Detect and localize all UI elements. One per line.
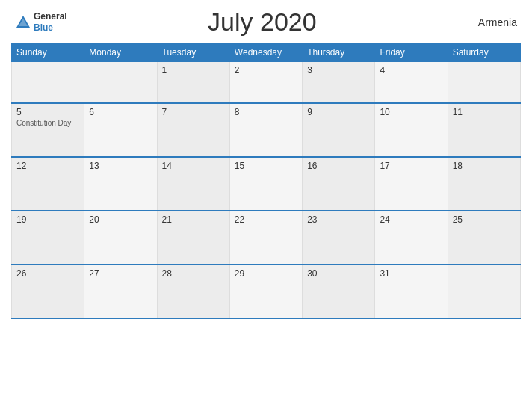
calendar-day-cell: 18 (448, 157, 520, 211)
logo: General Blue (15, 11, 67, 33)
calendar-day-cell: 19 (12, 211, 84, 265)
calendar-day-cell: 9 (303, 103, 375, 157)
calendar-header-row: SundayMondayTuesdayWednesdayThursdayFrid… (12, 43, 521, 62)
calendar-day-cell: 12 (12, 157, 84, 211)
calendar-day-cell: 1 (157, 62, 229, 103)
weekday-header-wednesday: Wednesday (229, 43, 302, 62)
day-number: 28 (162, 268, 225, 279)
day-number: 24 (380, 214, 442, 225)
day-number: 23 (307, 214, 370, 225)
calendar-body: 12345Constitution Day6789101112131415161… (12, 62, 521, 318)
day-number: 2 (235, 65, 297, 75)
calendar-day-cell: 30 (303, 265, 375, 318)
day-number: 25 (453, 214, 516, 225)
day-number: 31 (380, 268, 442, 279)
calendar-day-cell: 2 (229, 62, 302, 103)
weekday-header-saturday: Saturday (448, 43, 520, 62)
day-number: 10 (380, 107, 442, 117)
calendar-week-row: 12131415161718 (12, 157, 521, 211)
day-number: 22 (235, 214, 297, 225)
day-number: 11 (453, 107, 516, 117)
calendar-day-cell: 31 (375, 265, 448, 318)
day-number: 30 (307, 268, 370, 279)
logo-general-text: General (34, 11, 67, 22)
calendar-day-cell: 13 (84, 157, 157, 211)
calendar-day-cell (12, 62, 84, 103)
weekday-header-tuesday: Tuesday (157, 43, 229, 62)
day-number: 27 (89, 268, 152, 279)
weekday-header-monday: Monday (84, 43, 157, 62)
calendar-day-cell: 24 (375, 211, 448, 265)
calendar-day-cell: 16 (303, 157, 375, 211)
calendar-day-cell (84, 62, 157, 103)
day-number: 12 (16, 161, 79, 171)
calendar-week-row: 5Constitution Day67891011 (12, 103, 521, 157)
calendar-day-cell: 25 (448, 211, 520, 265)
day-number: 5 (16, 107, 79, 117)
day-number: 17 (380, 161, 442, 171)
logo-text: General Blue (34, 11, 67, 33)
calendar-day-cell: 10 (375, 103, 448, 157)
month-title: July 2020 (67, 7, 457, 37)
calendar-day-cell: 27 (84, 265, 157, 318)
calendar-day-cell: 7 (157, 103, 229, 157)
calendar-day-cell: 5Constitution Day (12, 103, 84, 157)
day-number: 18 (453, 161, 516, 171)
country-name: Armenia (457, 16, 517, 28)
logo-blue-text: Blue (34, 22, 67, 33)
calendar-day-cell: 15 (229, 157, 302, 211)
day-number: 13 (89, 161, 152, 171)
day-number: 14 (162, 161, 225, 171)
calendar-day-cell: 28 (157, 265, 229, 318)
calendar-day-cell (448, 62, 520, 103)
day-number: 3 (307, 65, 370, 75)
weekday-header-row: SundayMondayTuesdayWednesdayThursdayFrid… (12, 43, 521, 62)
day-number: 29 (235, 268, 297, 279)
day-number: 26 (16, 268, 79, 279)
calendar-day-cell: 22 (229, 211, 302, 265)
day-number: 15 (235, 161, 297, 171)
calendar-header: General Blue July 2020 Armenia (11, 7, 521, 37)
calendar-day-cell: 17 (375, 157, 448, 211)
day-number: 9 (307, 107, 370, 117)
day-number: 6 (89, 107, 152, 117)
calendar-wrapper: General Blue July 2020 Armenia SundayMon… (0, 0, 532, 411)
calendar-day-cell: 29 (229, 265, 302, 318)
day-number: 20 (89, 214, 152, 225)
calendar-day-cell: 20 (84, 211, 157, 265)
weekday-header-friday: Friday (375, 43, 448, 62)
day-number: 4 (380, 65, 442, 75)
calendar-day-cell (448, 265, 520, 318)
calendar-day-cell: 8 (229, 103, 302, 157)
calendar-day-cell: 11 (448, 103, 520, 157)
calendar-table: SundayMondayTuesdayWednesdayThursdayFrid… (11, 43, 521, 319)
weekday-header-thursday: Thursday (303, 43, 375, 62)
calendar-day-cell: 26 (12, 265, 84, 318)
weekday-header-sunday: Sunday (12, 43, 84, 62)
calendar-day-cell: 4 (375, 62, 448, 103)
calendar-day-cell: 3 (303, 62, 375, 103)
calendar-week-row: 19202122232425 (12, 211, 521, 265)
calendar-week-row: 1234 (12, 62, 521, 103)
day-event: Constitution Day (16, 119, 79, 127)
day-number: 21 (162, 214, 225, 225)
day-number: 16 (307, 161, 370, 171)
day-number: 8 (235, 107, 297, 117)
logo-icon (15, 14, 31, 31)
calendar-day-cell: 14 (157, 157, 229, 211)
day-number: 7 (162, 107, 225, 117)
calendar-week-row: 262728293031 (12, 265, 521, 318)
calendar-day-cell: 21 (157, 211, 229, 265)
calendar-day-cell: 23 (303, 211, 375, 265)
calendar-day-cell: 6 (84, 103, 157, 157)
day-number: 1 (162, 65, 225, 75)
day-number: 19 (16, 214, 79, 225)
